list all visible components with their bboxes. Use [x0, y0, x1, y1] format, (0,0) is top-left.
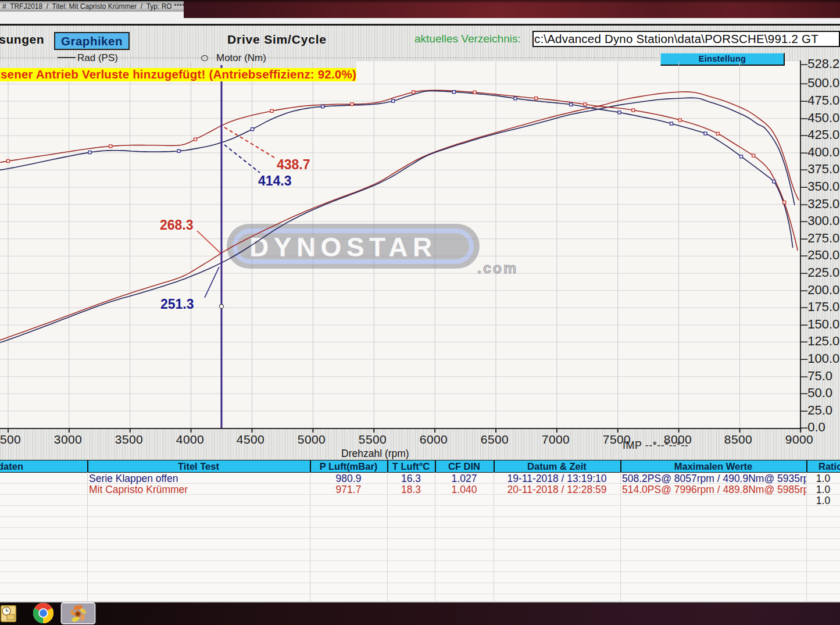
svg-text:438.7: 438.7	[277, 157, 310, 172]
svg-text:DYNOSTAR: DYNOSTAR	[249, 232, 437, 262]
svg-text:.com: .com	[477, 260, 518, 276]
svg-text:414.3: 414.3	[258, 173, 292, 188]
svg-text:251.3: 251.3	[160, 297, 194, 312]
svg-text:268.3: 268.3	[160, 217, 194, 233]
